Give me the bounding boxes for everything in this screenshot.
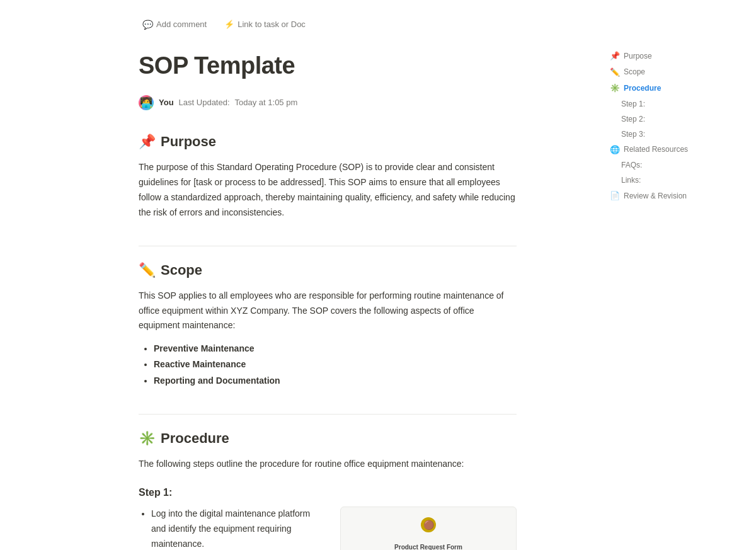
add-comment-label: Add comment (156, 18, 207, 32)
main-content: 💬 Add comment ⚡ Link to task or Doc SOP … (0, 0, 567, 550)
toc-label: Links: (621, 175, 641, 186)
toc-label: Scope (624, 66, 645, 77)
divider-1 (139, 246, 517, 246)
toc-label: Review & Revision (624, 190, 687, 202)
toc-item-procedure[interactable]: ✳️Procedure (605, 80, 743, 96)
toc-item-purpose[interactable]: 📌Purpose (605, 48, 743, 64)
purpose-emoji: 📌 (139, 130, 156, 152)
scope-emoji: ✏️ (139, 259, 156, 281)
toc-emoji: 📌 (610, 50, 620, 62)
scope-text: This SOP applies to all employees who ar… (139, 289, 517, 333)
table-of-contents: 📌Purpose✏️Scope✳️ProcedureStep 1:Step 2:… (605, 38, 743, 214)
step-1-text: Log into the digital maintenance platfor… (139, 507, 325, 550)
toc-label: FAQs: (621, 159, 642, 171)
toc-emoji: ✳️ (610, 82, 620, 95)
toc-emoji: ✏️ (610, 66, 620, 79)
divider-2 (139, 414, 517, 415)
toc-item-scope[interactable]: ✏️Scope (605, 64, 743, 81)
toc-item-step-1:[interactable]: Step 1: (605, 96, 743, 112)
toc-emoji: 🌐 (610, 144, 620, 156)
step-1-content: Log into the digital maintenance platfor… (139, 507, 517, 550)
toc-item-step-3:[interactable]: Step 3: (605, 127, 743, 142)
toc-label: Purpose (624, 50, 652, 62)
procedure-emoji: ✳️ (139, 427, 156, 449)
toc-item-review-&-revision[interactable]: 📄Review & Revision (605, 188, 743, 204)
toc-label: Related Resources (624, 144, 688, 155)
toc-emoji: 📄 (610, 190, 620, 202)
section-scope: ✏️ Scope This SOP applies to all employe… (139, 259, 517, 389)
toc-label: Procedure (624, 83, 661, 94)
toolbar: 💬 Add comment ⚡ Link to task or Doc (139, 15, 517, 34)
link-button[interactable]: ⚡ Link to task or Doc (220, 16, 309, 34)
purpose-text: The purpose of this Standard Operating P… (139, 160, 517, 220)
form-preview-title: Product Request Form (351, 542, 506, 550)
procedure-intro: The following steps outline the procedur… (139, 457, 517, 472)
toc-item-step-2:[interactable]: Step 2: (605, 112, 743, 127)
author-row: 🧑‍💻 You Last Updated: Today at 1:05 pm (139, 95, 517, 110)
scope-bullet-list: Preventive Maintenance Reactive Maintena… (154, 341, 517, 389)
step-1-heading: Step 1: (139, 484, 517, 501)
avatar: 🧑‍💻 (139, 95, 154, 110)
form-icon: 🟤 (421, 517, 436, 532)
list-item: Log into the digital maintenance platfor… (151, 507, 325, 550)
last-updated-value: Today at 1:05 pm (235, 96, 298, 110)
toc-item-faqs:[interactable]: FAQs: (605, 158, 743, 173)
comment-icon: 💬 (142, 18, 153, 32)
last-updated-label: Last Updated: (179, 96, 230, 110)
link-label: Link to task or Doc (238, 18, 306, 32)
toc-label: Step 3: (621, 129, 645, 140)
form-preview: 🟤 Product Request Form (341, 507, 516, 550)
section-purpose: 📌 Purpose The purpose of this Standard O… (139, 130, 517, 220)
link-icon: ⚡ (224, 18, 234, 32)
list-item: Reactive Maintenance (154, 357, 517, 372)
procedure-heading: ✳️ Procedure (139, 427, 517, 449)
form-image: 🟤 Product Request Form (340, 507, 517, 550)
toc-label: Step 2: (621, 113, 645, 125)
list-item: Reporting and Documentation (154, 373, 517, 389)
page-title: SOP Template (139, 47, 517, 85)
toc-item-related-resources[interactable]: 🌐Related Resources (605, 142, 743, 158)
toc-label: Step 1: (621, 98, 645, 110)
toc-item-links:[interactable]: Links: (605, 173, 743, 188)
add-comment-button[interactable]: 💬 Add comment (139, 15, 210, 34)
purpose-heading: 📌 Purpose (139, 130, 517, 152)
author-name: You (159, 96, 174, 110)
list-item: Preventive Maintenance (154, 341, 517, 357)
scope-heading: ✏️ Scope (139, 259, 517, 281)
section-procedure: ✳️ Procedure The following steps outline… (139, 427, 517, 550)
